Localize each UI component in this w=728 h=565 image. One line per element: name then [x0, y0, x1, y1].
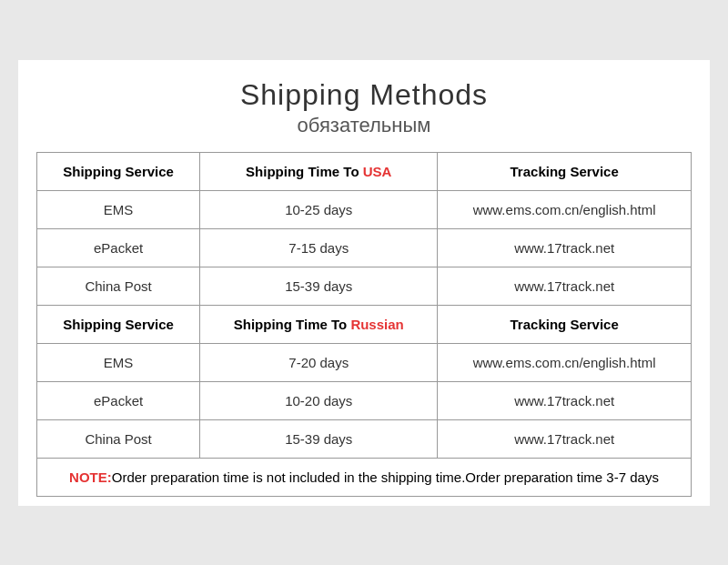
- russian-col1-header: Shipping Service: [37, 305, 200, 343]
- note-label: NOTE:: [69, 469, 112, 485]
- usa-row2-tracking: www.17track.net: [438, 228, 692, 267]
- usa-col1-header: Shipping Service: [37, 152, 200, 190]
- sub-title: обязательным: [36, 114, 692, 137]
- russian-row3-time: 15-39 days: [200, 419, 438, 458]
- usa-row1-tracking: www.ems.com.cn/english.html: [438, 190, 692, 228]
- russian-col2-header-highlight: Russian: [350, 317, 403, 332]
- main-container: Shipping Methods обязательным Shipping S…: [18, 60, 710, 506]
- usa-row-2: ePacket 7-15 days www.17track.net: [37, 228, 692, 267]
- russian-row1-time: 7-20 days: [200, 343, 438, 381]
- usa-row-3: China Post 15-39 days www.17track.net: [37, 267, 692, 305]
- usa-row3-time: 15-39 days: [200, 267, 438, 305]
- usa-row3-service: China Post: [37, 267, 200, 305]
- shipping-table: Shipping Service Shipping Time To USA Tr…: [36, 152, 692, 497]
- title-section: Shipping Methods обязательным: [36, 78, 692, 137]
- usa-row2-service: ePacket: [37, 228, 200, 267]
- russian-row2-time: 10-20 days: [200, 381, 438, 419]
- usa-col2-header-prefix: Shipping Time To: [246, 164, 363, 179]
- russian-col2-header-prefix: Shipping Time To: [234, 317, 351, 332]
- russian-row-3: China Post 15-39 days www.17track.net: [37, 419, 692, 458]
- russian-col2-header: Shipping Time To Russian: [200, 305, 438, 343]
- russian-row1-tracking: www.ems.com.cn/english.html: [438, 343, 692, 381]
- usa-col3-header: Tracking Service: [438, 152, 692, 190]
- russian-row-2: ePacket 10-20 days www.17track.net: [37, 381, 692, 419]
- russian-col3-header: Tracking Service: [438, 305, 692, 343]
- russian-row3-service: China Post: [37, 419, 200, 458]
- usa-row1-time: 10-25 days: [200, 190, 438, 228]
- russian-row-1: EMS 7-20 days www.ems.com.cn/english.htm…: [37, 343, 692, 381]
- usa-row-1: EMS 10-25 days www.ems.com.cn/english.ht…: [37, 190, 692, 228]
- russian-row2-service: ePacket: [37, 381, 200, 419]
- usa-header-row: Shipping Service Shipping Time To USA Tr…: [37, 152, 692, 190]
- russian-row3-tracking: www.17track.net: [438, 419, 692, 458]
- russian-row2-tracking: www.17track.net: [438, 381, 692, 419]
- russian-header-row: Shipping Service Shipping Time To Russia…: [37, 305, 692, 343]
- usa-row1-service: EMS: [37, 190, 200, 228]
- note-row: NOTE:Order preparation time is not inclu…: [37, 458, 692, 496]
- usa-row2-time: 7-15 days: [200, 228, 438, 267]
- main-title: Shipping Methods: [36, 78, 692, 112]
- note-text: Order preparation time is not included i…: [112, 469, 659, 485]
- usa-row3-tracking: www.17track.net: [438, 267, 692, 305]
- note-cell: NOTE:Order preparation time is not inclu…: [37, 458, 692, 496]
- russian-row1-service: EMS: [37, 343, 200, 381]
- usa-col2-header: Shipping Time To USA: [200, 152, 438, 190]
- usa-col2-header-highlight: USA: [363, 164, 392, 179]
